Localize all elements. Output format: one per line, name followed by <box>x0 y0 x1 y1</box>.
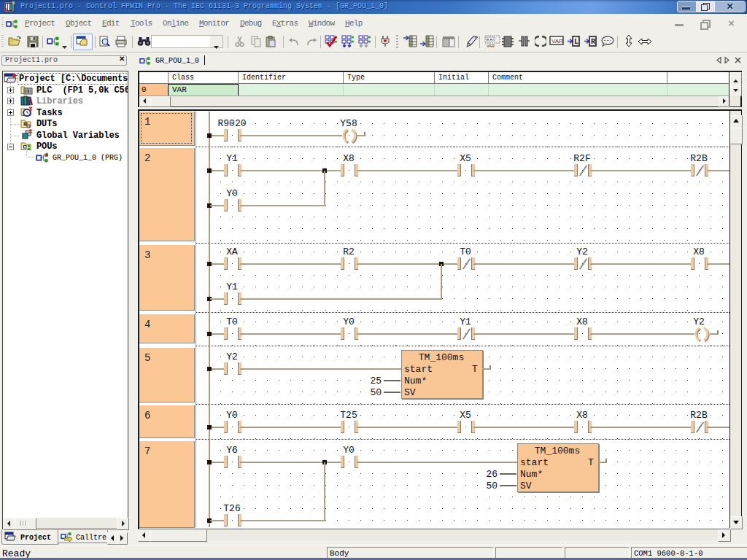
svg-text:VAR: VAR <box>487 44 495 47</box>
svg-text:VAR: VAR <box>551 38 563 44</box>
svg-text:L: L <box>574 38 578 46</box>
svg-text:R: R <box>591 38 595 46</box>
